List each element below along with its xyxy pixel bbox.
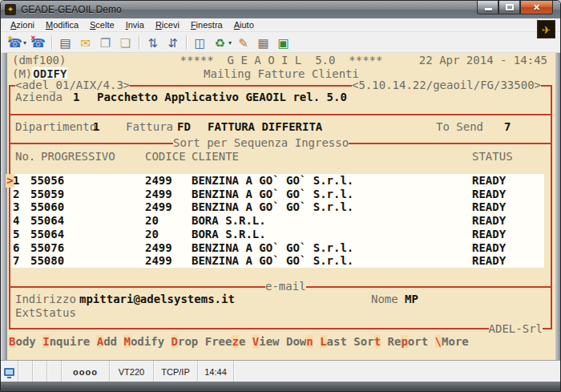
cell-status: READY [472,214,506,228]
disconnect-badge-icon: ✕ [30,35,36,42]
cell-codice: 2499 [145,200,172,214]
clock-cell: 14:44 [198,361,234,383]
brand-logo-icon: ✈ [537,20,555,38]
dipartimento-value: 1 [93,120,99,133]
send-mail-button[interactable]: ✉ [76,34,95,51]
terminal-screen[interactable]: (dmf100) ***** G E A O I L 5.0 ***** 22 … [7,53,555,360]
toolbar-separator [186,35,187,50]
table-row[interactable]: 55506420BORA S.R.L.READY [10,228,544,241]
cell-no: 5 [13,228,19,241]
command-last[interactable]: Last [320,335,347,348]
table-row[interactable]: 7550802499BENZINA A GO` GO` S.r.l.READY [10,254,544,268]
window-controls: ✕ [477,1,553,14]
receive-from-host-icon: ⇵ [167,37,178,49]
azienda-value: 1 [73,91,79,103]
column-cliente: CLIENTE [192,150,239,163]
receive-from-host-button[interactable]: ⇵ [163,34,182,51]
close-icon: ✕ [521,1,552,14]
disconnect-button[interactable]: ☎✕ [29,34,47,51]
send-to-host-button[interactable]: ⇅ [143,34,162,51]
menu-item-modifica[interactable]: Modifica [40,19,84,30]
title-bar[interactable]: ✦ GEADE-GEAOIL Demo ✕ [1,1,560,18]
email-section-label: e-mail [265,280,306,293]
table-row[interactable]: 3550602499BENZINA A GO` GO` S.r.l.READY [10,200,544,214]
cell-progressivo: 55076 [30,241,64,255]
menu-item-scelte[interactable]: Scelte [84,19,120,30]
copy-icon: ❐ [100,37,111,49]
cell-cliente: BENZINA A GO` GO` S.r.l. [192,174,353,188]
maximize-button[interactable] [498,1,520,14]
command-drop[interactable]: Drop [172,335,199,348]
close-button[interactable]: ✕ [520,1,553,14]
command-sort[interactable]: Sort [353,335,381,348]
cell-codice: 20 [145,214,159,228]
paste-button[interactable]: ❏ [116,34,135,51]
indirizzo-label: Indirizzo [15,293,76,305]
window-title: GEADE-GEAOIL Demo [21,4,122,15]
address-book-icon: ◫ [194,37,205,49]
to-send-label: To Send [436,120,483,133]
column-codice: CODICE [145,150,186,163]
transfer-button[interactable]: ♻ [211,34,229,51]
nome-label: Nome [371,293,398,305]
cell-status: READY [472,228,506,241]
to-send-value: 7 [504,120,511,133]
package-text: Pacchetto Applicativo GEAOIL rel. 5.0 [97,91,347,103]
command-modify[interactable]: Modify [123,335,164,348]
command-add[interactable]: Add [97,335,117,348]
menu-bar: AzioniModificaScelteInviaRiceviFinestraA… [2,18,561,32]
command-body[interactable]: Body [9,335,36,348]
cell-progressivo: 55064 [30,214,64,228]
column-progressivo: PROGRESSIVO [41,150,115,163]
app-banner: ***** G E A O I L 5.0 ***** [180,54,383,67]
form-box: <adel_01/AIX/4.3> <5.10.14.22/geaoil/FG/… [9,85,552,329]
table-row[interactable]: >1550562499BENZINA A GO` GO` S.r.l.READY [10,174,544,188]
edit-screen-button[interactable]: ✎ [234,34,252,51]
new-session-button[interactable]: ▣ [274,34,293,51]
cell-no: 4 [13,214,19,228]
protocol: TCP/IP [161,367,189,377]
address-book-button[interactable]: ◫ [191,34,209,51]
minimize-icon [485,8,492,10]
app-window: ✦ GEADE-GEAOIL Demo ✕ AzioniModificaScel… [0,0,561,392]
cell-no: 2 [13,188,19,201]
properties-button[interactable]: ▦ [254,34,272,51]
command-freeze[interactable]: Freeze [205,335,246,348]
fattura-desc: FATTURA DIFFERITA [208,120,322,133]
connect-button[interactable]: ☎★ [6,34,24,51]
nome-value: MP [405,293,418,305]
fattura-code: FD [177,120,191,133]
command-down[interactable]: Down [286,335,313,348]
cell-status: READY [472,174,506,188]
table-row[interactable]: 45506420BORA S.R.L.READY [10,214,544,228]
azienda-label: Azienda [15,91,63,103]
table-row[interactable]: 2550592499BENZINA A GO` GO` S.r.l.READY [10,188,544,201]
menu-item-invia[interactable]: Invia [120,19,150,30]
command-inquire[interactable]: Inquire [42,335,90,348]
clock: 14:44 [204,367,227,377]
send-mail-icon: ✉ [80,37,91,49]
menu-item-azioni[interactable]: Azioni [5,19,40,30]
table-row[interactable]: 6550762499BENZINA A GO` GO` S.r.l.READY [10,241,544,255]
cell-codice: 2499 [145,174,172,188]
status-cell-empty [33,361,47,383]
menu-item-aiuto[interactable]: Aiuto [228,19,260,30]
command-menu: Body Inquire Add Modify Drop Freeze View… [9,335,469,349]
minimize-button[interactable] [477,1,498,14]
cell-progressivo: 55059 [30,188,64,201]
cell-no: 7 [13,254,19,268]
footer-right-label: ADEL-Srl [489,322,543,336]
cell-codice: 20 [145,228,159,241]
connection-status-cell [1,361,18,383]
menu-item-ricevi[interactable]: Ricevi [150,19,185,30]
copy-button[interactable]: ❐ [96,34,115,51]
fattura-label: Fattura [126,120,173,133]
menu-item-finestra[interactable]: Finestra [185,19,228,30]
command-report[interactable]: Report [388,335,429,348]
sort-label: Sort per Sequenza Ingresso [173,136,349,150]
command-more[interactable]: \More [435,335,469,348]
connect-badge-icon: ★ [7,35,13,42]
cell-codice: 2499 [145,241,172,255]
print-button[interactable]: ▤ [56,34,75,51]
command-view[interactable]: View [252,335,280,348]
